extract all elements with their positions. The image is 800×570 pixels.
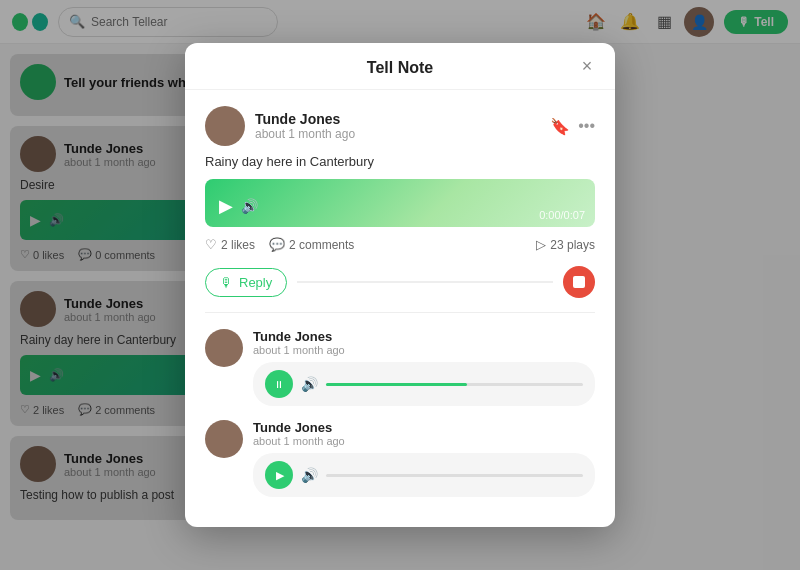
comment-time: about 1 month ago — [253, 344, 595, 356]
comment-content: Tunde Jones about 1 month ago ⏸ 🔊 — [253, 329, 595, 406]
reply-bar: 🎙 Reply — [205, 266, 595, 313]
pause-icon: ⏸ — [274, 379, 284, 390]
post-meta: Tunde Jones about 1 month ago — [255, 111, 540, 141]
tell-note-modal: Tell Note × Tunde Jones about 1 month ag… — [185, 43, 615, 527]
comment-item: Tunde Jones about 1 month ago ▶ 🔊 — [205, 420, 595, 497]
comment-username: Tunde Jones — [253, 420, 595, 435]
post-username: Tunde Jones — [255, 111, 540, 127]
comment-avatar — [205, 329, 243, 367]
comment-avatar — [205, 420, 243, 458]
comment-icon: 💬 — [269, 237, 285, 252]
volume-icon: 🔊 — [301, 467, 318, 483]
pause-button[interactable]: ⏸ — [265, 370, 293, 398]
modal-body: Tunde Jones about 1 month ago 🔖 ••• Rain… — [185, 90, 615, 527]
more-icon[interactable]: ••• — [578, 117, 595, 136]
comment-audio-player[interactable]: ▶ 🔊 — [253, 453, 595, 497]
plays-count: 23 plays — [550, 238, 595, 252]
stats-row: ♡ 2 likes 💬 2 comments ▷ 23 plays — [205, 237, 595, 252]
play-icon: ▶ — [276, 469, 284, 482]
audio-progress-track — [326, 474, 583, 477]
bookmark-icon[interactable]: 🔖 — [550, 117, 570, 136]
post-actions: 🔖 ••• — [550, 117, 595, 136]
audio-progress-track — [326, 383, 583, 386]
post-header: Tunde Jones about 1 month ago 🔖 ••• — [205, 106, 595, 146]
plays-stat: ▷ 23 plays — [536, 237, 595, 252]
audio-progress-fill — [326, 383, 467, 386]
comment-content: Tunde Jones about 1 month ago ▶ 🔊 — [253, 420, 595, 497]
volume-icon: 🔊 — [301, 376, 318, 392]
comments-stat: 💬 2 comments — [269, 237, 354, 252]
modal-header: Tell Note × — [185, 43, 615, 90]
modal-title: Tell Note — [367, 59, 433, 77]
record-stop-icon — [573, 276, 585, 288]
volume-icon: 🔊 — [241, 198, 258, 214]
comment-time: about 1 month ago — [253, 435, 595, 447]
audio-controls: ▶ 🔊 — [219, 195, 581, 217]
comment-audio-player[interactable]: ⏸ 🔊 — [253, 362, 595, 406]
play-button[interactable]: ▶ — [265, 461, 293, 489]
comment-username: Tunde Jones — [253, 329, 595, 344]
record-button[interactable] — [563, 266, 595, 298]
audio-timestamp: 0:00/0:07 — [539, 209, 585, 221]
stats-left: ♡ 2 likes 💬 2 comments — [205, 237, 354, 252]
mic-icon: 🎙 — [220, 275, 233, 290]
heart-icon: ♡ — [205, 237, 217, 252]
plays-icon: ▷ — [536, 237, 546, 252]
close-button[interactable]: × — [575, 54, 599, 78]
comments-count: 2 comments — [289, 238, 354, 252]
main-audio-player[interactable]: ▶ 🔊 0:00/0:07 — [205, 179, 595, 227]
likes-stat: ♡ 2 likes — [205, 237, 255, 252]
comment-item: Tunde Jones about 1 month ago ⏸ 🔊 — [205, 329, 595, 406]
likes-count: 2 likes — [221, 238, 255, 252]
post-time: about 1 month ago — [255, 127, 540, 141]
reply-button[interactable]: 🎙 Reply — [205, 268, 287, 297]
post-avatar — [205, 106, 245, 146]
reply-line — [297, 281, 553, 283]
play-icon: ▶ — [219, 195, 233, 217]
modal-overlay[interactable]: Tell Note × Tunde Jones about 1 month ag… — [0, 0, 800, 570]
post-text: Rainy day here in Canterbury — [205, 154, 595, 169]
